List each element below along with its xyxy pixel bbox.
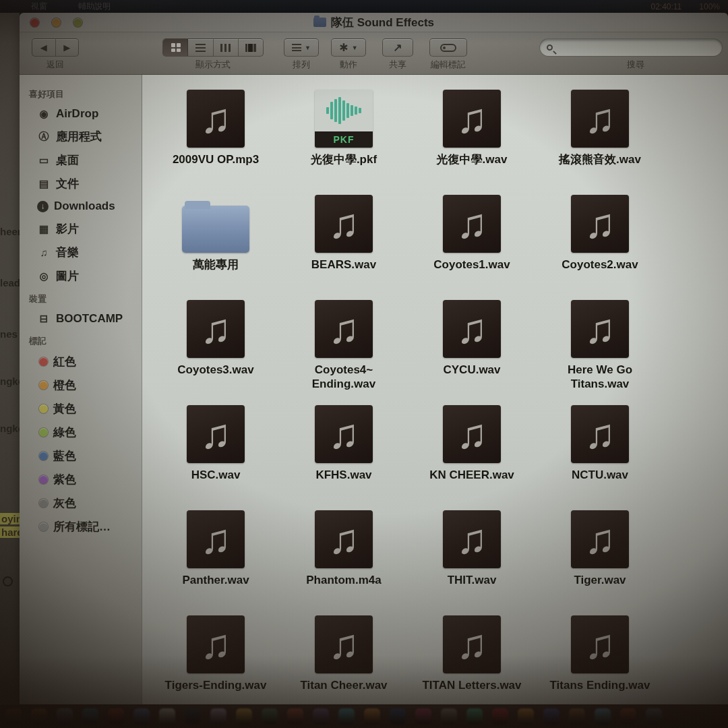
- dock-app-icon[interactable]: [287, 708, 303, 725]
- share-button[interactable]: ↗: [382, 38, 413, 57]
- sidebar-item-[interactable]: 所有標記…: [20, 515, 142, 539]
- sidebar-item-[interactable]: Ⓐ應用程式: [20, 125, 142, 148]
- title-bar[interactable]: 隊伍 Sound Effects: [20, 13, 728, 32]
- sidebar-item-[interactable]: 綠色: [20, 421, 142, 444]
- sidebar-item-[interactable]: ▦影片: [20, 217, 142, 241]
- list-view-button[interactable]: [188, 39, 213, 56]
- dock[interactable]: [0, 705, 728, 728]
- action-button[interactable]: ✱▼: [331, 38, 366, 57]
- search-field[interactable]: [539, 38, 723, 57]
- menu-item[interactable]: 輔助說明: [78, 1, 111, 12]
- sidebar-item-[interactable]: 黃色: [20, 397, 142, 421]
- dock-app-icon[interactable]: [390, 708, 406, 725]
- dock-app-icon[interactable]: [364, 708, 380, 725]
- sidebar-item-label: 灰色: [53, 495, 76, 511]
- dock-app-icon[interactable]: [262, 708, 278, 725]
- sidebar-item-[interactable]: 紅色: [20, 350, 142, 373]
- dock-app-icon[interactable]: [595, 708, 611, 725]
- back-forward-buttons[interactable]: ◀ ▶: [32, 38, 79, 57]
- sidebar-item-[interactable]: ◎圖片: [20, 264, 142, 288]
- dock-app-icon[interactable]: [185, 708, 201, 725]
- file-item[interactable]: ♫光復中學.wav: [408, 90, 536, 195]
- sidebar-item-[interactable]: 藍色: [20, 444, 142, 468]
- file-item[interactable]: ♫搖滾熊音效.wav: [536, 90, 664, 195]
- file-name: Tiger.wav: [574, 573, 626, 587]
- sidebar-item-[interactable]: 灰色: [20, 491, 142, 515]
- forward-icon[interactable]: ▶: [56, 42, 79, 53]
- file-name: Coyotes3.wav: [177, 363, 253, 377]
- file-item[interactable]: ♫Coyotes3.wav: [152, 300, 280, 405]
- search-icon: [547, 44, 553, 51]
- menu-item[interactable]: 視窗: [31, 1, 47, 12]
- file-item[interactable]: ♫TITAN Letters.wav: [408, 615, 536, 704]
- dock-app-icon[interactable]: [646, 708, 662, 725]
- music-note-icon: ♫: [571, 90, 629, 148]
- file-item[interactable]: ♫Titans Ending.wav: [536, 615, 664, 704]
- edit-tags-button[interactable]: [429, 38, 467, 57]
- music-note-icon: ♫: [443, 510, 501, 568]
- file-item[interactable]: 萬能專用: [152, 195, 280, 300]
- dock-app-icon[interactable]: [620, 708, 636, 725]
- file-item[interactable]: ♫Panther.wav: [152, 510, 280, 615]
- file-item[interactable]: ♫BEARS.wav: [280, 195, 408, 300]
- dock-app-icon[interactable]: [5, 708, 22, 725]
- music-note-icon: ♫: [187, 90, 245, 148]
- sidebar-item-[interactable]: ♫音樂: [20, 241, 142, 264]
- file-item[interactable]: ♫NCTU.wav: [536, 405, 664, 510]
- file-item[interactable]: ♫Tigers-Ending.wav: [152, 615, 280, 704]
- dock-app-icon[interactable]: [518, 708, 534, 725]
- column-view-button[interactable]: [214, 39, 239, 56]
- file-item[interactable]: ♫HSC.wav: [152, 405, 280, 510]
- sidebar-item-label: 桌面: [56, 152, 79, 168]
- dock-app-icon[interactable]: [236, 708, 252, 725]
- sidebar-item-[interactable]: 紫色: [20, 468, 142, 491]
- file-item[interactable]: ♫Coyotes4~ Ending.wav: [280, 300, 408, 405]
- dock-app-icon[interactable]: [31, 708, 47, 725]
- dock-app-icon[interactable]: [133, 708, 150, 725]
- dock-app-icon[interactable]: [415, 708, 431, 725]
- sidebar-item-bootcamp[interactable]: ⊟BOOTCAMP: [20, 308, 142, 330]
- file-item[interactable]: PKF光復中學.pkf: [280, 90, 408, 195]
- dock-app-icon[interactable]: [338, 708, 355, 725]
- dock-app-icon[interactable]: [159, 708, 175, 725]
- dock-app-icon[interactable]: [543, 708, 559, 725]
- file-item[interactable]: ♫Coyotes1.wav: [408, 195, 536, 300]
- file-item[interactable]: ♫CYCU.wav: [408, 300, 536, 405]
- dock-app-icon[interactable]: [210, 708, 226, 725]
- file-item[interactable]: ♫Here We Go Titans.wav: [536, 300, 664, 405]
- file-item[interactable]: ♫2009VU OP.mp3: [152, 90, 280, 195]
- search-input[interactable]: [557, 42, 722, 53]
- dock-app-icon[interactable]: [313, 708, 329, 725]
- file-item[interactable]: ♫KN CHEER.wav: [408, 405, 536, 510]
- file-name: 2009VU OP.mp3: [173, 152, 259, 166]
- list-view-icon: [195, 44, 206, 52]
- file-name: Tigers-Ending.wav: [165, 678, 267, 692]
- sidebar-item-[interactable]: 橙色: [20, 373, 142, 397]
- dock-app-icon[interactable]: [57, 708, 73, 725]
- sidebar-item-[interactable]: ▭桌面: [20, 148, 142, 172]
- file-item[interactable]: ♫KFHS.wav: [280, 405, 408, 510]
- coverflow-view-button[interactable]: [239, 39, 263, 56]
- file-item[interactable]: ♫Tiger.wav: [536, 510, 664, 615]
- file-item[interactable]: ♫Coyotes2.wav: [536, 195, 664, 300]
- sidebar-item-[interactable]: ▤文件: [20, 172, 142, 195]
- view-mode-segmented-control: [162, 38, 264, 57]
- back-icon[interactable]: ◀: [32, 42, 55, 53]
- music-note-icon: ♫: [315, 195, 373, 253]
- dock-app-icon[interactable]: [569, 708, 585, 725]
- tag-icon: [440, 44, 456, 52]
- music-icon: ♫: [37, 247, 51, 258]
- file-item[interactable]: ♫Phantom.m4a: [280, 510, 408, 615]
- file-item[interactable]: ♫THIT.wav: [408, 510, 536, 615]
- file-item[interactable]: ♫Titan Cheer.wav: [280, 615, 408, 704]
- sidebar-item-airdrop[interactable]: ◉AirDrop: [20, 103, 142, 125]
- tag-purple: [39, 475, 48, 484]
- sidebar-item-downloads[interactable]: ↓Downloads: [20, 195, 142, 217]
- arrange-button[interactable]: ▼: [284, 38, 319, 57]
- dock-app-icon[interactable]: [492, 708, 508, 725]
- dock-app-icon[interactable]: [108, 708, 124, 725]
- dock-app-icon[interactable]: [441, 708, 457, 725]
- dock-app-icon[interactable]: [82, 708, 98, 725]
- dock-app-icon[interactable]: [466, 708, 483, 725]
- icon-view-button[interactable]: [163, 39, 188, 56]
